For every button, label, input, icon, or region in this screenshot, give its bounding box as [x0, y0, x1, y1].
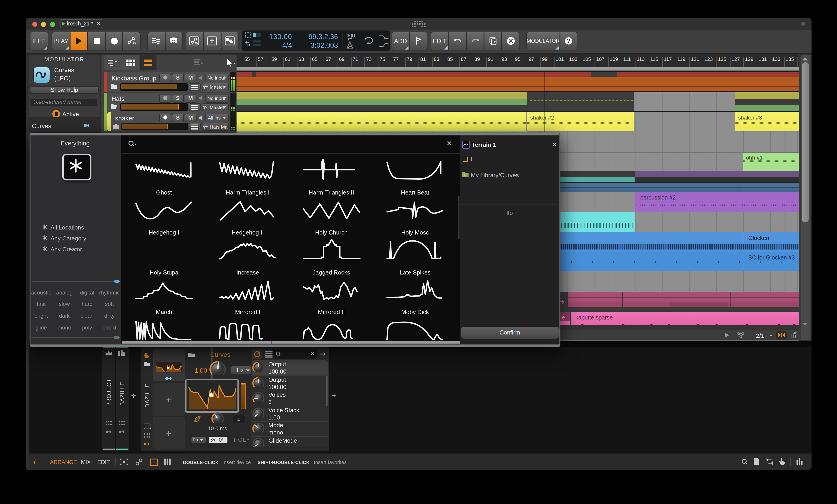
- svg-text:w: w: [195, 40, 199, 45]
- svg-text:w: w: [132, 40, 136, 45]
